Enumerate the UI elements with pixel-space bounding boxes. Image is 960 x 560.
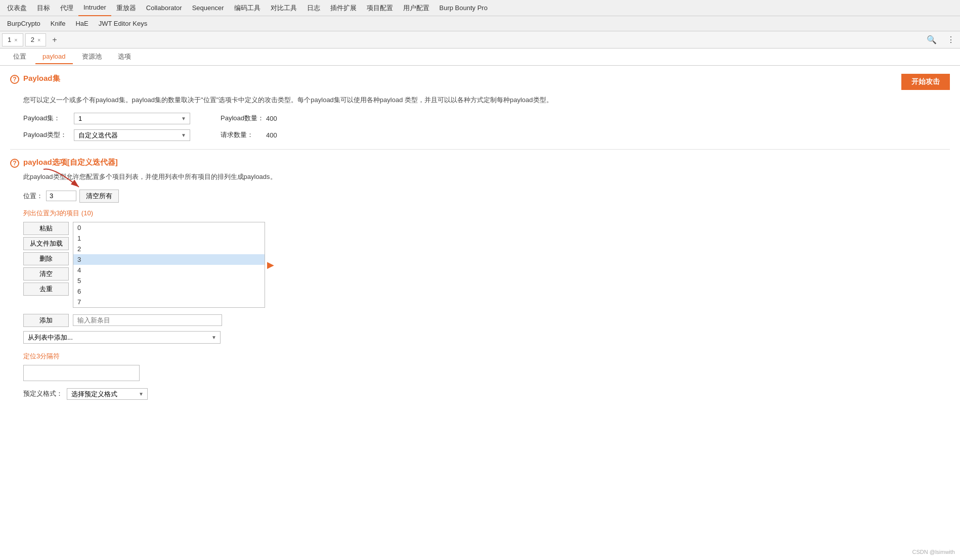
position-input[interactable]: [46, 191, 76, 201]
list-item[interactable]: 6: [73, 286, 265, 297]
main-content: ? Payload集 开始攻击 您可以定义一个或多个有payload集。payl…: [0, 66, 960, 560]
tab-bar: 1 × 2 × + 🔍 ⋮: [0, 31, 960, 49]
payload-options-desc: 此payload类型允许您配置多个项目列表，并使用列表中所有项目的排列生成pay…: [23, 172, 950, 182]
request-count-pair: 请求数量： 400: [221, 130, 277, 139]
list-item[interactable]: 2: [73, 244, 265, 254]
predefined-format-select[interactable]: 选择预定义格式: [67, 388, 148, 400]
list-item[interactable]: 0: [73, 222, 265, 233]
menu-project-options[interactable]: 项目配置: [362, 0, 398, 16]
predefined-format-label: 预定义格式：: [23, 389, 63, 398]
tab-1-close[interactable]: ×: [14, 37, 17, 43]
start-attack-button[interactable]: 开始攻击: [901, 74, 950, 90]
deduplicate-button[interactable]: 去重: [23, 283, 69, 296]
menu-user-options[interactable]: 用户配置: [398, 0, 434, 16]
menu-sequencer[interactable]: Sequencer: [187, 0, 229, 16]
menu-burp-bounty[interactable]: Burp Bounty Pro: [434, 0, 493, 16]
separator-title: 定位3分隔符: [23, 352, 950, 361]
subtab-position[interactable]: 位置: [6, 49, 33, 65]
load-from-file-button[interactable]: 从文件加载: [23, 237, 69, 250]
list-item[interactable]: 1: [73, 233, 265, 244]
predefined-format-row: 预定义格式： 选择预定义格式: [23, 388, 950, 400]
list-item[interactable]: 5: [73, 275, 265, 286]
add-input[interactable]: [73, 314, 222, 326]
tab-2[interactable]: 2 ×: [25, 33, 47, 46]
subtab-resource-pool[interactable]: 资源池: [75, 49, 109, 65]
payload-section-help-icon[interactable]: ?: [10, 75, 19, 84]
payload-options-help-icon[interactable]: ?: [10, 159, 19, 168]
add-tab-button[interactable]: +: [48, 34, 61, 45]
payload-count-label: Payload数量：: [221, 114, 266, 123]
watermark: CSDN @lsimwith: [912, 549, 955, 555]
clear-button[interactable]: 清空: [23, 267, 69, 281]
clear-all-button[interactable]: 清空所有: [79, 190, 119, 203]
request-count-label: 请求数量：: [221, 130, 266, 139]
paste-button[interactable]: 粘贴: [23, 222, 69, 235]
position-label: 位置：: [23, 192, 43, 201]
tab-bar-right: 🔍 ⋮: [924, 34, 958, 45]
add-row: 添加: [23, 314, 950, 327]
delete-button[interactable]: 删除: [23, 252, 69, 265]
tab-1[interactable]: 1 ×: [2, 33, 23, 46]
request-count-value: 400: [266, 131, 277, 139]
from-list-row: 从列表中添加...: [23, 331, 950, 344]
main-menu-bar: 仪表盘 目标 代理 Intruder 重放器 Collaborator Sequ…: [0, 0, 960, 16]
menu-collaborator[interactable]: Collaborator: [141, 0, 187, 16]
menu-comparer[interactable]: 对比工具: [266, 0, 302, 16]
more-options-button[interactable]: ⋮: [944, 34, 958, 45]
list-container: 0 1 2 3 4 5 6 7 ▶: [73, 222, 265, 308]
menu-burpcrypto[interactable]: BurpCrypto: [2, 16, 46, 32]
menu-knife[interactable]: Knife: [46, 16, 71, 32]
menu-repeater[interactable]: 重放器: [111, 0, 141, 16]
menu-logger[interactable]: 日志: [302, 0, 325, 16]
list-action-buttons: 粘贴 从文件加载 删除 清空 去重: [23, 222, 69, 308]
payload-section-desc: 您可以定义一个或多个有payload集。payload集的数量取决于"位置"选项…: [23, 95, 950, 106]
list-item[interactable]: 3: [73, 254, 265, 265]
menu-hae[interactable]: HaE: [70, 16, 93, 32]
menu-intruder[interactable]: Intruder: [78, 0, 111, 16]
list-arrow-icon: ▶: [267, 259, 274, 270]
subtab-options[interactable]: 选项: [111, 49, 138, 65]
payload-type-label: Payload类型：: [23, 130, 74, 139]
sub-tab-bar: 位置 payload 资源池 选项: [0, 49, 960, 66]
search-icon-button[interactable]: 🔍: [924, 34, 940, 45]
menu-target[interactable]: 目标: [32, 0, 55, 16]
payload-set-select[interactable]: 1: [74, 113, 190, 124]
list-area: 粘贴 从文件加载 删除 清空 去重 0 1 2 3 4 5 6 7 ▶: [23, 222, 950, 308]
tab-1-label: 1: [8, 36, 11, 43]
menu-extender[interactable]: 插件扩展: [325, 0, 362, 16]
list-box[interactable]: 0 1 2 3 4 5 6 7: [73, 222, 265, 308]
separator-input[interactable]: [23, 365, 140, 381]
menu-dashboard[interactable]: 仪表盘: [2, 0, 32, 16]
list-section-title: 列出位置为3的项目 (10): [23, 209, 950, 218]
list-item[interactable]: 4: [73, 265, 265, 275]
menu-proxy[interactable]: 代理: [55, 0, 78, 16]
list-item[interactable]: 7: [73, 297, 265, 307]
payload-count-value: 400: [266, 115, 277, 122]
subtab-payload[interactable]: payload: [35, 50, 73, 64]
payload-options-title: payload选项[自定义迭代器]: [23, 158, 118, 167]
payload-section-title: Payload集: [23, 74, 60, 83]
tab-2-close[interactable]: ×: [37, 37, 40, 43]
menu-jwt-editor[interactable]: JWT Editor Keys: [94, 16, 153, 32]
payload-count-pair: Payload数量： 400: [221, 114, 277, 123]
payload-type-select[interactable]: 自定义迭代器: [74, 129, 190, 141]
from-list-select[interactable]: 从列表中添加...: [23, 331, 221, 344]
tab-2-label: 2: [31, 36, 34, 43]
add-button[interactable]: 添加: [23, 314, 69, 327]
second-menu-bar: BurpCrypto Knife HaE JWT Editor Keys: [0, 16, 960, 31]
payload-set-label: Payload集：: [23, 114, 74, 123]
menu-encoder[interactable]: 编码工具: [229, 0, 266, 16]
